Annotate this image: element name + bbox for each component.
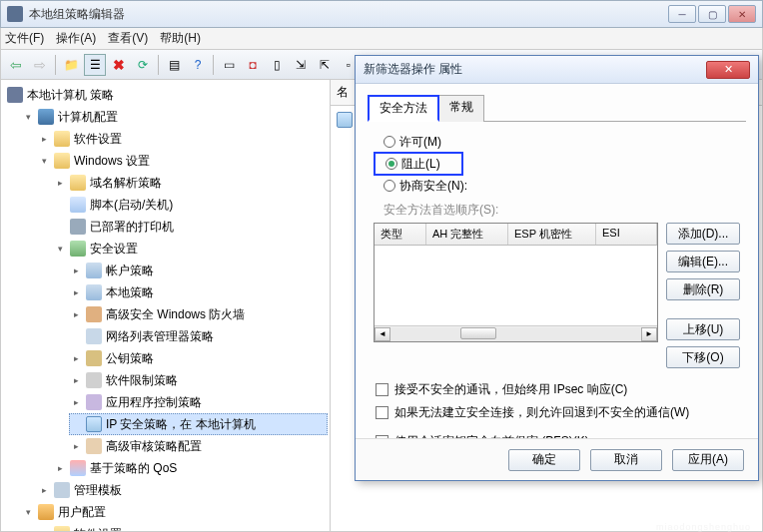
tree-user-software[interactable]: ▸软件设置 [37, 523, 328, 531]
th-ah[interactable]: AH 完整性 [426, 224, 508, 245]
ok-button[interactable]: 确定 [508, 449, 580, 471]
apply-button[interactable]: 应用(A) [672, 449, 744, 471]
cancel-button[interactable]: 取消 [590, 449, 662, 471]
tree-adv-audit[interactable]: ▸高级审核策略配置 [69, 435, 328, 457]
chk-allow-fallback[interactable]: 如果无法建立安全连接，则允许回退到不安全的通信(W) [374, 401, 740, 424]
scroll-left-button[interactable]: ◄ [375, 327, 390, 341]
scroll-right-button[interactable]: ► [641, 327, 657, 341]
checkbox-icon [376, 383, 388, 396]
collapse-icon[interactable]: ▾ [23, 112, 34, 123]
refresh-button[interactable]: ⟳ [132, 54, 154, 76]
scroll-thumb[interactable] [460, 327, 496, 339]
expand-icon[interactable]: ▸ [55, 178, 66, 189]
tree-user-config[interactable]: ▾用户配置 [21, 501, 328, 523]
tool-button-2[interactable]: ◘ [242, 54, 264, 76]
radio-permit[interactable]: 许可(M) [374, 132, 740, 152]
tree-scripts[interactable]: 脚本(启动/关机) [53, 194, 328, 216]
expand-icon[interactable]: ▸ [39, 485, 50, 496]
tab-security-method[interactable]: 安全方法 [368, 95, 439, 122]
tree-root[interactable]: 本地计算机 策略 [5, 84, 328, 106]
chk-accept-unsecured[interactable]: 接受不安全的通讯，但始终用 IPsec 响应(C) [374, 378, 740, 401]
tree-label: 应用程序控制策略 [106, 392, 202, 412]
unassign-icon: ⇱ [320, 58, 330, 72]
tool-button-4[interactable]: ⇲ [290, 54, 312, 76]
expand-icon[interactable]: ▸ [71, 266, 82, 276]
forward-button[interactable]: ⇨ [29, 54, 51, 76]
close-button[interactable]: ✕ [728, 5, 756, 23]
menu-action[interactable]: 操作(A) [56, 30, 96, 47]
tree-software-settings[interactable]: ▸软件设置 [37, 128, 328, 150]
add-button[interactable]: 添加(D)... [666, 223, 740, 245]
tree-label: 基于策略的 QoS [90, 458, 177, 478]
tree-app-control[interactable]: ▸应用程序控制策略 [69, 391, 328, 413]
tab-label: 安全方法 [380, 101, 427, 115]
tree-pane[interactable]: 本地计算机 策略 ▾计算机配置 ▸软件设置 ▾Windows 设置 ▸域名解析策… [1, 80, 331, 531]
tree-label: 公钥策略 [106, 348, 154, 368]
delete-button[interactable]: ✖ [108, 54, 130, 76]
radio-block[interactable]: 阻止(L) [374, 152, 463, 176]
tree-computer-config[interactable]: ▾计算机配置 [21, 106, 328, 128]
tree-adv-firewall[interactable]: ▸高级安全 Windows 防火墙 [69, 303, 328, 325]
radio-negotiate[interactable]: 协商安全(N): [374, 176, 740, 196]
tree-security-settings[interactable]: ▾安全设置 [53, 238, 328, 260]
tree-windows-settings[interactable]: ▾Windows 设置 [37, 150, 328, 172]
collapse-icon[interactable]: ▾ [23, 507, 34, 518]
collapse-icon[interactable]: ▾ [55, 244, 66, 255]
properties-button[interactable]: ▤ [163, 54, 185, 76]
help-button[interactable]: ? [187, 54, 209, 76]
tree-dns-policy[interactable]: ▸域名解析策略 [53, 172, 328, 194]
back-button[interactable]: ⇦ [5, 54, 27, 76]
dialog-titlebar[interactable]: 新筛选器操作 属性 ✕ [356, 56, 758, 84]
menu-file[interactable]: 文件(F) [5, 30, 44, 47]
th-esp[interactable]: ESP 机密性 [508, 224, 596, 245]
app-icon [86, 394, 102, 410]
tree-label: 管理模板 [74, 480, 122, 500]
tree-label: 安全设置 [90, 239, 138, 259]
tree-label: 软件设置 [74, 524, 122, 531]
scroll-track[interactable] [390, 327, 641, 341]
move-up-button[interactable]: 上移(U) [666, 318, 740, 340]
menu-help[interactable]: 帮助(H) [160, 30, 201, 47]
remove-button[interactable]: 删除(R) [666, 278, 740, 300]
tree-local-policy[interactable]: ▸本地策略 [69, 281, 328, 303]
template-icon [54, 482, 70, 498]
menu-view[interactable]: 查看(V) [108, 30, 148, 47]
tree-label: 本地计算机 策略 [27, 85, 114, 105]
expand-icon[interactable]: ▸ [55, 463, 66, 474]
horizontal-scrollbar[interactable]: ◄ ► [375, 325, 657, 341]
tool-button-1[interactable]: ▭ [218, 54, 240, 76]
tab-general[interactable]: 常规 [438, 95, 484, 122]
up-button[interactable]: 📁 [60, 54, 82, 76]
expand-icon[interactable]: ▸ [71, 397, 82, 408]
dialog-close-button[interactable]: ✕ [706, 61, 750, 79]
expand-icon[interactable]: ▸ [39, 529, 50, 532]
minimize-button[interactable]: ─ [668, 5, 696, 23]
tree-pubkey-policy[interactable]: ▸公钥策略 [69, 347, 328, 369]
expand-icon[interactable]: ▸ [71, 441, 82, 452]
move-down-button[interactable]: 下移(O) [666, 346, 740, 368]
tree-account-policy[interactable]: ▸帐户策略 [69, 260, 328, 281]
methods-table[interactable]: 类型 AH 完整性 ESP 机密性 ESI ◄ ► [374, 223, 658, 342]
tool-button-5[interactable]: ⇱ [314, 54, 336, 76]
tree-soft-restrict[interactable]: ▸软件限制策略 [69, 369, 328, 391]
tree-printers[interactable]: 已部署的打印机 [53, 216, 328, 238]
collapse-icon[interactable]: ▾ [39, 156, 50, 167]
tree-admin-templates[interactable]: ▸管理模板 [37, 479, 328, 501]
edit-button[interactable]: 编辑(E)... [666, 251, 740, 272]
expand-icon[interactable]: ▸ [71, 309, 82, 320]
list-view-button[interactable]: ☰ [84, 54, 106, 76]
expand-icon[interactable]: ▸ [71, 375, 82, 386]
maximize-button[interactable]: ▢ [698, 5, 726, 23]
th-type[interactable]: 类型 [375, 224, 426, 245]
folder-icon [54, 131, 70, 147]
tree-ip-security[interactable]: IP 安全策略，在 本地计算机 [69, 413, 328, 435]
checkbox-icon [376, 406, 388, 419]
preference-label: 安全方法首选顺序(S): [374, 196, 740, 223]
tree-nlm-policy[interactable]: 网络列表管理器策略 [69, 325, 328, 347]
expand-icon[interactable]: ▸ [71, 287, 82, 298]
expand-icon[interactable]: ▸ [39, 134, 50, 145]
tool-button-3[interactable]: ▯ [266, 54, 288, 76]
tree-qos[interactable]: ▸基于策略的 QoS [53, 457, 328, 479]
th-esi[interactable]: ESI [596, 224, 657, 245]
expand-icon[interactable]: ▸ [71, 353, 82, 364]
